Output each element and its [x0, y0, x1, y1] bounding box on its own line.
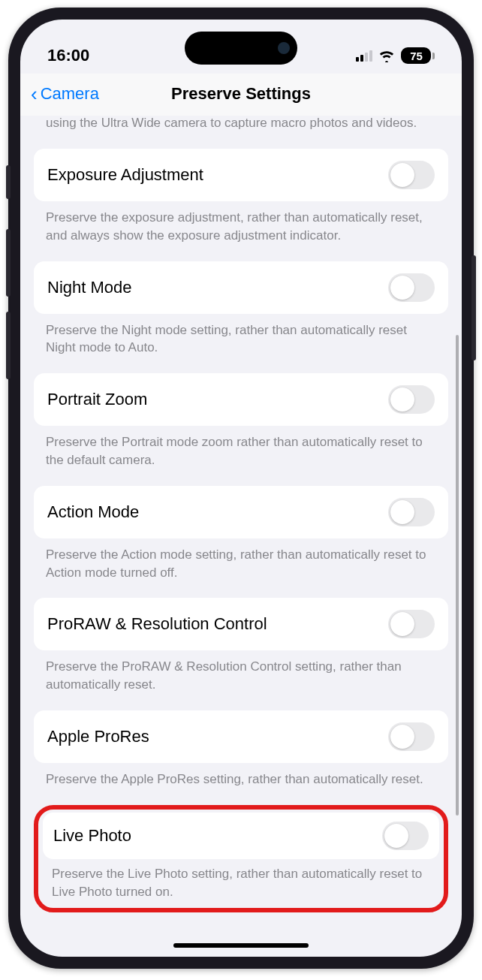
partial-footer-macro: using the Ultra Wide camera to capture m…: [34, 115, 448, 149]
setting-label: Action Mode: [47, 502, 139, 522]
setting-row-prores[interactable]: Apple ProRes: [34, 710, 448, 763]
setting-row-livephoto[interactable]: Live Photo: [43, 813, 439, 859]
wifi-icon: [378, 49, 395, 62]
setting-footer: Preserve the exposure adjustment, rather…: [34, 201, 448, 248]
volume-up-button: [6, 229, 11, 297]
toggle-proraw[interactable]: [388, 610, 435, 638]
phone-frame: 16:00 75 ‹ Camera Preserve Settings: [8, 8, 474, 969]
setting-label: ProRAW & Resolution Control: [47, 614, 267, 634]
cellular-icon: [356, 50, 372, 62]
setting-row-portrait[interactable]: Portrait Zoom: [34, 373, 448, 426]
setting-footer: Preserve the Action mode setting, rather…: [34, 538, 448, 585]
toggle-exposure[interactable]: [388, 161, 435, 189]
setting-exposure: Exposure Adjustment Preserve the exposur…: [34, 149, 448, 248]
toggle-prores[interactable]: [388, 722, 435, 751]
setting-label: Portrait Zoom: [47, 390, 147, 409]
setting-footer: Preserve the Portrait mode zoom rather t…: [34, 426, 448, 472]
setting-row-proraw[interactable]: ProRAW & Resolution Control: [34, 598, 448, 650]
setting-label: Night Mode: [47, 278, 132, 297]
toggle-action[interactable]: [388, 498, 435, 526]
settings-content[interactable]: using the Ultra Wide camera to capture m…: [20, 115, 462, 935]
battery-icon: 75: [401, 47, 435, 64]
back-button[interactable]: ‹ Camera: [31, 83, 99, 106]
toggle-portrait[interactable]: [388, 385, 435, 414]
front-camera: [278, 42, 290, 54]
chevron-left-icon: ‹: [31, 83, 38, 106]
status-right: 75: [356, 47, 435, 64]
highlight-live-photo: Live Photo Preserve the Live Photo setti…: [34, 805, 448, 913]
toggle-livephoto[interactable]: [382, 822, 429, 850]
setting-label: Apple ProRes: [47, 727, 149, 746]
setting-row-night[interactable]: Night Mode: [34, 261, 448, 314]
setting-prores: Apple ProRes Preserve the Apple ProRes s…: [34, 710, 448, 792]
nav-bar: ‹ Camera Preserve Settings: [20, 74, 462, 116]
back-label: Camera: [41, 84, 99, 104]
screen: 16:00 75 ‹ Camera Preserve Settings: [20, 20, 462, 957]
setting-footer: Preserve the Live Photo setting, rather …: [43, 859, 439, 903]
setting-footer: Preserve the ProRAW & Resolution Control…: [34, 650, 448, 697]
setting-footer: Preserve the Apple ProRes setting, rathe…: [34, 763, 448, 792]
dynamic-island: [185, 32, 297, 65]
scroll-indicator[interactable]: [456, 335, 459, 816]
setting-action: Action Mode Preserve the Action mode set…: [34, 486, 448, 585]
setting-label: Exposure Adjustment: [47, 165, 203, 185]
toggle-night[interactable]: [388, 273, 435, 302]
setting-portrait: Portrait Zoom Preserve the Portrait mode…: [34, 373, 448, 472]
status-time: 16:00: [47, 46, 89, 65]
setting-row-action[interactable]: Action Mode: [34, 486, 448, 538]
volume-down-button: [6, 312, 11, 379]
mute-switch: [6, 165, 11, 199]
power-button: [471, 255, 476, 360]
home-indicator[interactable]: [173, 943, 309, 948]
setting-footer: Preserve the Night mode setting, rather …: [34, 314, 448, 360]
setting-row-exposure[interactable]: Exposure Adjustment: [34, 149, 448, 201]
setting-label: Live Photo: [53, 826, 131, 846]
page-title: Preserve Settings: [171, 84, 311, 104]
setting-proraw: ProRAW & Resolution Control Preserve the…: [34, 598, 448, 697]
setting-night: Night Mode Preserve the Night mode setti…: [34, 261, 448, 360]
